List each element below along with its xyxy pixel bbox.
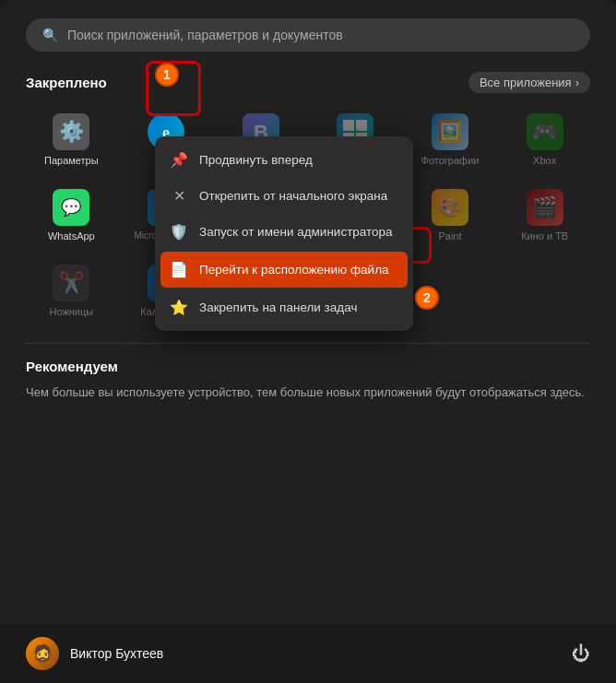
svg-rect-4 <box>343 120 354 131</box>
go-to-file-icon: 📄 <box>170 261 188 278</box>
pin-forward-icon: 📌 <box>170 151 188 169</box>
app-xbox[interactable]: 🎮 Xbox <box>499 106 590 174</box>
ctx-go-to-file-label: Перейти к расположению файла <box>199 263 389 277</box>
ctx-run-admin[interactable]: 🛡️ Запуск от имени администратора <box>155 214 413 250</box>
badge-1: 1 <box>155 63 179 87</box>
avatar: 🧔 <box>26 637 59 670</box>
ctx-run-admin-label: Запуск от имени администратора <box>199 225 393 239</box>
app-photos[interactable]: 🖼️ Фотографии <box>405 106 496 174</box>
app-settings-label: Параметры <box>44 155 99 167</box>
all-apps-label: Все приложения <box>480 76 572 89</box>
all-apps-arrow: › <box>575 76 579 89</box>
recommend-description: Чем больше вы используете устройство, те… <box>26 383 590 402</box>
app-scissors-label: Ножницы <box>49 306 93 318</box>
context-menu: 📌 Продвинуть вперед ✕ Открепить от начал… <box>155 136 413 331</box>
app-whatsapp-label: WhatsApp <box>48 230 95 242</box>
unpin-icon: ✕ <box>170 187 188 205</box>
recommend-section: Рекомендуем Чем больше вы используете ус… <box>26 343 590 402</box>
badge-2: 2 <box>415 286 439 310</box>
ctx-pin-forward[interactable]: 📌 Продвинуть вперед <box>155 142 413 178</box>
xbox-icon: 🎮 <box>527 113 563 150</box>
ctx-pin-forward-label: Продвинуть вперед <box>199 153 313 167</box>
paint-icon: 🎨 <box>432 189 468 226</box>
start-menu: 🔍 Поиск приложений, параметров и докумен… <box>0 0 616 683</box>
app-photos-label: Фотографии <box>421 155 480 167</box>
username: Виктор Бухтеев <box>70 646 163 661</box>
pinned-title: Закреплено <box>26 75 107 90</box>
app-paint[interactable]: 🎨 Paint <box>405 182 496 250</box>
movies-icon: 🎬 <box>527 189 563 226</box>
ctx-unpin-label: Открепить от начального экрана <box>199 189 387 203</box>
search-placeholder: Поиск приложений, параметров и документо… <box>67 28 343 42</box>
scissors-icon: ✂️ <box>53 265 89 301</box>
app-xbox-label: Xbox <box>533 155 556 167</box>
recommend-title: Рекомендуем <box>26 359 590 374</box>
app-settings[interactable]: ⚙️ Параметры <box>26 106 117 174</box>
search-icon: 🔍 <box>42 28 58 42</box>
pin-taskbar-icon: ⭐ <box>170 299 188 316</box>
whatsapp-icon: 💬 <box>53 189 89 226</box>
search-bar[interactable]: 🔍 Поиск приложений, параметров и докумен… <box>26 18 590 52</box>
svg-rect-5 <box>356 120 367 131</box>
ctx-go-to-file[interactable]: 📄 Перейти к расположению файла <box>160 252 408 288</box>
svg-text:💬: 💬 <box>61 197 82 218</box>
app-whatsapp[interactable]: 💬 WhatsApp <box>26 182 117 250</box>
app-movies[interactable]: 🎬 Кино и ТВ <box>499 182 590 250</box>
ctx-pin-taskbar-label: Закрепить на панели задач <box>199 300 357 314</box>
footer: 🧔 Виктор Бухтеев ⏻ <box>0 624 616 683</box>
app-movies-label: Кино и ТВ <box>521 230 568 242</box>
photos-icon: 🖼️ <box>432 113 468 150</box>
app-paint-label: Paint <box>438 230 461 242</box>
app-scissors[interactable]: ✂️ Ножницы <box>26 257 117 325</box>
ctx-unpin[interactable]: ✕ Открепить от начального экрана <box>155 178 413 214</box>
ctx-pin-taskbar[interactable]: ⭐ Закрепить на панели задач <box>155 289 413 325</box>
settings-icon: ⚙️ <box>53 113 89 150</box>
pinned-header: Закреплено Все приложения › <box>26 72 590 93</box>
user-info[interactable]: 🧔 Виктор Бухтеев <box>26 637 163 670</box>
all-apps-button[interactable]: Все приложения › <box>468 72 590 93</box>
power-button[interactable]: ⏻ <box>572 643 590 665</box>
run-admin-icon: 🛡️ <box>170 223 188 241</box>
